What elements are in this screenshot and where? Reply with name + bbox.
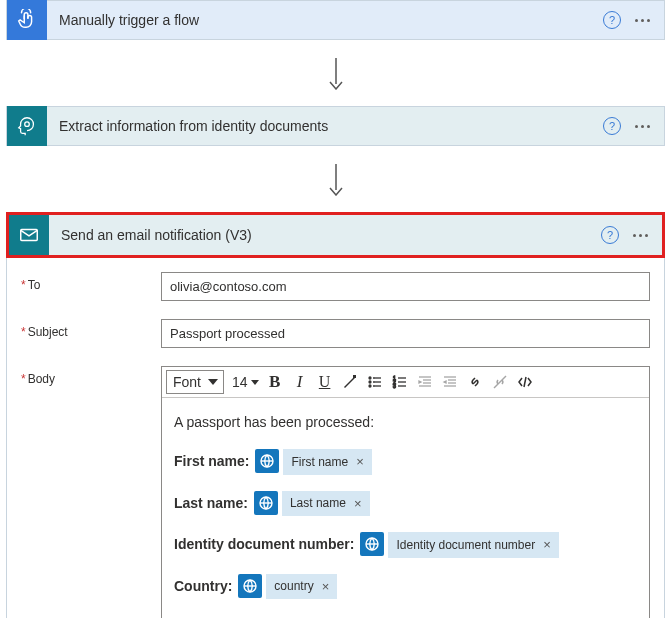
remove-token-icon[interactable]: × [543, 535, 551, 555]
step-extract-identity[interactable]: Extract information from identity docume… [6, 106, 665, 146]
step-title: Send an email notification (V3) [49, 227, 601, 243]
rich-text-editor: Font 14 B I U 123 [161, 366, 650, 618]
editor-toolbar: Font 14 B I U 123 [162, 367, 649, 398]
indent-button[interactable] [438, 370, 462, 394]
dynamic-content-icon [238, 574, 262, 598]
first-name-token[interactable]: First name× [255, 449, 371, 475]
flow-arrow [6, 146, 665, 212]
step-manual-trigger[interactable]: Manually trigger a flow ? [6, 0, 665, 40]
last-name-token[interactable]: Last name× [254, 491, 370, 517]
svg-line-27 [524, 377, 526, 387]
svg-line-26 [494, 376, 506, 388]
body-field-row: *Body Font 14 B I U 123 [21, 366, 650, 618]
cognitive-icon [7, 106, 47, 146]
body-country-line: Country: country× [174, 574, 637, 600]
svg-line-25 [473, 380, 477, 384]
code-view-button[interactable] [513, 370, 537, 394]
country-token[interactable]: country× [238, 574, 337, 600]
svg-point-1 [25, 122, 30, 127]
svg-point-7 [369, 381, 371, 383]
remove-token-icon[interactable]: × [354, 494, 362, 514]
body-intro-text: A passport has been processed: [174, 412, 637, 433]
email-config-panel: *To *Subject *Body Font 14 B I U [6, 258, 665, 618]
unlink-button[interactable] [488, 370, 512, 394]
chevron-down-icon [251, 380, 259, 385]
subject-input[interactable] [161, 319, 650, 348]
more-menu-button[interactable] [631, 15, 654, 26]
more-menu-button[interactable] [629, 230, 652, 241]
last-name-label: Last name: [174, 493, 248, 514]
font-select[interactable]: Font [166, 370, 224, 394]
step-actions: ? [603, 11, 664, 29]
font-color-button[interactable] [338, 370, 362, 394]
svg-rect-4 [353, 375, 356, 378]
body-first-name-line: First name: First name× [174, 449, 637, 475]
bullet-list-button[interactable] [363, 370, 387, 394]
step-title: Extract information from identity docume… [47, 118, 603, 134]
outdent-button[interactable] [413, 370, 437, 394]
body-last-name-line: Last name: Last name× [174, 491, 637, 517]
dynamic-content-icon [255, 449, 279, 473]
more-menu-button[interactable] [631, 121, 654, 132]
help-icon[interactable]: ? [601, 226, 619, 244]
dynamic-content-icon [254, 491, 278, 515]
to-label: *To [21, 272, 161, 292]
help-icon[interactable]: ? [603, 117, 621, 135]
svg-point-9 [369, 385, 371, 387]
svg-point-5 [369, 377, 371, 379]
subject-label: *Subject [21, 319, 161, 339]
country-label: Country: [174, 576, 232, 597]
editor-body[interactable]: A passport has been processed: First nam… [162, 398, 649, 618]
remove-token-icon[interactable]: × [322, 577, 330, 597]
svg-rect-3 [21, 230, 38, 241]
font-size-select[interactable]: 14 [229, 370, 262, 394]
italic-button[interactable]: I [288, 370, 312, 394]
chevron-down-icon [208, 379, 218, 385]
mail-icon [9, 215, 49, 255]
svg-text:3: 3 [393, 383, 396, 389]
to-input[interactable] [161, 272, 650, 301]
number-list-button[interactable]: 123 [388, 370, 412, 394]
remove-token-icon[interactable]: × [356, 452, 364, 472]
first-name-label: First name: [174, 451, 249, 472]
link-button[interactable] [463, 370, 487, 394]
highlight-box: Send an email notification (V3) ? [6, 212, 665, 258]
underline-button[interactable]: U [313, 370, 337, 394]
body-idnum-line: Identity document number: Identity docum… [174, 532, 637, 558]
help-icon[interactable]: ? [603, 11, 621, 29]
step-actions: ? [601, 226, 662, 244]
touch-icon [7, 0, 47, 40]
step-title: Manually trigger a flow [47, 12, 603, 28]
step-actions: ? [603, 117, 664, 135]
idnum-label: Identity document number: [174, 534, 354, 555]
dynamic-content-icon [360, 532, 384, 556]
flow-arrow [6, 40, 665, 106]
body-label: *Body [21, 366, 161, 386]
subject-field-row: *Subject [21, 319, 650, 348]
step-send-email[interactable]: Send an email notification (V3) ? [9, 215, 662, 255]
idnum-token[interactable]: Identity document number× [360, 532, 558, 558]
to-field-row: *To [21, 272, 650, 301]
bold-button[interactable]: B [263, 370, 287, 394]
